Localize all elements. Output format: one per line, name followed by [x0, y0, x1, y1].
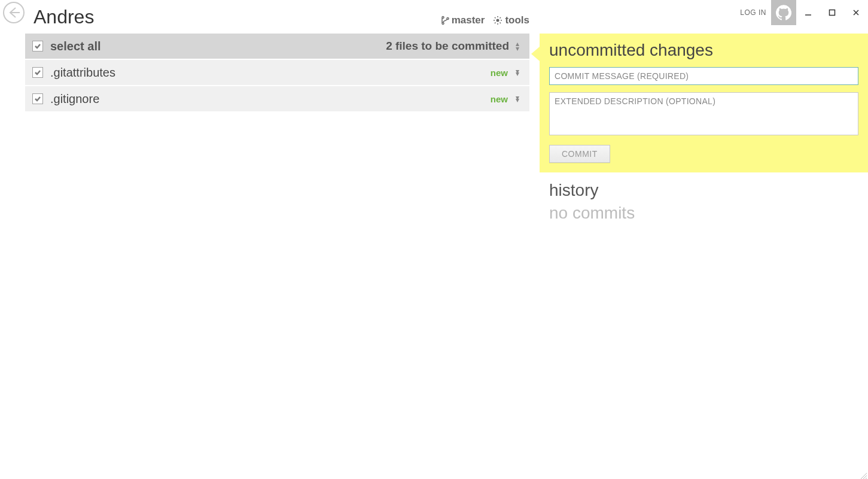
- commit-description-input[interactable]: [549, 92, 858, 135]
- resize-grip-icon[interactable]: [860, 471, 867, 478]
- files-header: select all 2 files to be committed: [25, 34, 529, 59]
- select-all-label: select all: [50, 40, 101, 53]
- file-row[interactable]: .gitignore new: [25, 86, 529, 111]
- window-minimize[interactable]: [796, 0, 820, 25]
- files-panel: select all 2 files to be committed .gita…: [25, 34, 529, 111]
- expand-icon[interactable]: [514, 95, 521, 102]
- file-status: new: [491, 68, 508, 78]
- branch-label: master: [452, 14, 485, 26]
- uncommitted-panel: uncommitted changes COMMIT: [540, 34, 868, 172]
- github-badge[interactable]: [771, 0, 796, 25]
- uncommitted-title: uncommitted changes: [549, 41, 858, 60]
- window-close[interactable]: [844, 0, 868, 25]
- tools-menu[interactable]: tools: [493, 14, 529, 26]
- file-name: .gitattributes: [50, 66, 115, 80]
- window-maximize[interactable]: [820, 0, 844, 25]
- file-checkbox[interactable]: [32, 67, 43, 78]
- repo-title: Andres: [33, 6, 94, 28]
- svg-rect-2: [830, 10, 835, 16]
- file-name: .gitignore: [50, 92, 99, 106]
- back-button[interactable]: [1, 0, 26, 25]
- sort-icon[interactable]: [514, 41, 521, 51]
- branch-selector[interactable]: master: [440, 14, 485, 26]
- file-checkbox[interactable]: [32, 93, 43, 104]
- login-link[interactable]: LOG IN: [740, 8, 766, 17]
- svg-point-1: [497, 19, 500, 22]
- file-status: new: [491, 94, 508, 104]
- history-empty: no commits: [549, 204, 868, 223]
- history-title: history: [549, 181, 868, 200]
- tools-label: tools: [505, 14, 529, 26]
- commit-message-input[interactable]: [549, 67, 858, 85]
- select-all-checkbox[interactable]: [32, 41, 43, 51]
- files-count-label: 2 files to be committed: [386, 40, 509, 53]
- commit-button[interactable]: COMMIT: [549, 145, 610, 163]
- file-row[interactable]: .gitattributes new: [25, 60, 529, 85]
- expand-icon[interactable]: [514, 69, 521, 76]
